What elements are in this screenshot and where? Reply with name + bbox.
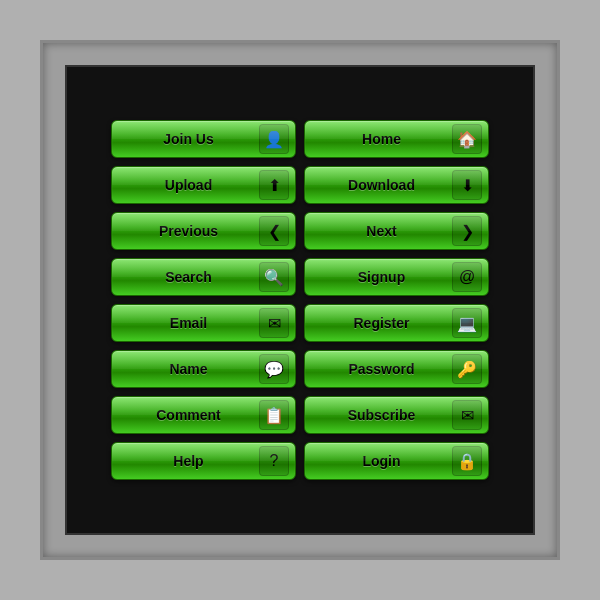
button-label: Home	[305, 131, 452, 147]
button-icon: 💻	[452, 308, 482, 338]
button-label: Name	[112, 361, 259, 377]
button-icon: 🏠	[452, 124, 482, 154]
upload-button[interactable]: Upload ⬆	[111, 166, 296, 204]
button-icon: 👤	[259, 124, 289, 154]
previous-button[interactable]: Previous ❮	[111, 212, 296, 250]
button-grid: Join Us 👤 Home 🏠 Upload ⬆ Download ⬇ Pre…	[91, 100, 509, 500]
button-icon: ?	[259, 446, 289, 476]
button-icon: ⬇	[452, 170, 482, 200]
home-button[interactable]: Home 🏠	[304, 120, 489, 158]
button-label: Previous	[112, 223, 259, 239]
signup-button[interactable]: Signup @	[304, 258, 489, 296]
button-label: Register	[305, 315, 452, 331]
join-us-button[interactable]: Join Us 👤	[111, 120, 296, 158]
button-label: Search	[112, 269, 259, 285]
button-label: Next	[305, 223, 452, 239]
button-label: Comment	[112, 407, 259, 423]
password-button[interactable]: Password 🔑	[304, 350, 489, 388]
button-icon: 🔍	[259, 262, 289, 292]
help-button[interactable]: Help ?	[111, 442, 296, 480]
button-icon: ❮	[259, 216, 289, 246]
comment-button[interactable]: Comment 📋	[111, 396, 296, 434]
subscribe-button[interactable]: Subscribe ✉	[304, 396, 489, 434]
register-button[interactable]: Register 💻	[304, 304, 489, 342]
button-icon: 💬	[259, 354, 289, 384]
button-icon: 📋	[259, 400, 289, 430]
button-icon: 🔑	[452, 354, 482, 384]
button-label: Subscribe	[305, 407, 452, 423]
button-label: Login	[305, 453, 452, 469]
button-icon: ✉	[452, 400, 482, 430]
email-button[interactable]: Email ✉	[111, 304, 296, 342]
name-button[interactable]: Name 💬	[111, 350, 296, 388]
login-button[interactable]: Login 🔒	[304, 442, 489, 480]
inner-panel: Join Us 👤 Home 🏠 Upload ⬆ Download ⬇ Pre…	[65, 65, 535, 535]
next-button[interactable]: Next ❯	[304, 212, 489, 250]
button-icon: ❯	[452, 216, 482, 246]
button-label: Join Us	[112, 131, 259, 147]
button-icon: @	[452, 262, 482, 292]
button-label: Email	[112, 315, 259, 331]
button-label: Upload	[112, 177, 259, 193]
button-icon: ✉	[259, 308, 289, 338]
button-label: Help	[112, 453, 259, 469]
button-label: Password	[305, 361, 452, 377]
download-button[interactable]: Download ⬇	[304, 166, 489, 204]
button-icon: ⬆	[259, 170, 289, 200]
button-label: Signup	[305, 269, 452, 285]
button-label: Download	[305, 177, 452, 193]
search-button[interactable]: Search 🔍	[111, 258, 296, 296]
button-icon: 🔒	[452, 446, 482, 476]
outer-frame: Join Us 👤 Home 🏠 Upload ⬆ Download ⬇ Pre…	[40, 40, 560, 560]
